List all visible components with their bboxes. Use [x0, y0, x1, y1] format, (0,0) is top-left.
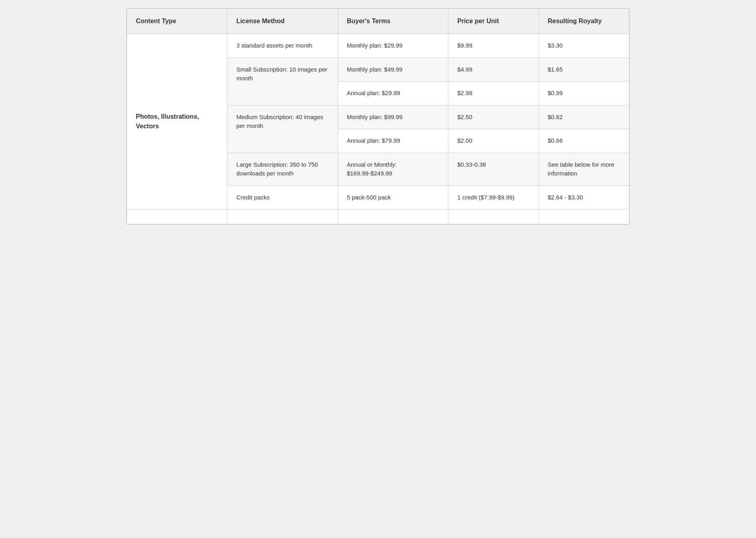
license-method-cell: Credit packs	[227, 185, 338, 209]
content-type-cell: Photos, Illustrations, Vectors	[127, 34, 227, 209]
pricing-table: Content Type License Method Buyer's Term…	[127, 8, 629, 224]
resulting-royalty-cell: $0.82	[539, 105, 629, 129]
resulting-royalty-cell: $0.66	[539, 129, 629, 153]
resulting-royalty-cell: See table below for more information	[539, 153, 629, 185]
license-method-cell: Large Subscription: 350 to 750 downloads…	[227, 153, 338, 185]
header-license-method: License Method	[227, 9, 338, 34]
buyers-terms-cell: Annual or Monthly: $169.99-$249.99	[338, 153, 448, 185]
empty-cell	[127, 209, 227, 224]
license-method-cell: 3 standard assets per month	[227, 34, 338, 58]
buyers-terms-cell: Monthly plan: $29.99	[338, 34, 448, 58]
resulting-royalty-cell: $3.30	[539, 34, 629, 58]
empty-cell	[227, 209, 338, 224]
price-per-unit-cell: $2.99	[448, 82, 539, 106]
buyers-terms-cell: Annual plan: $29.99	[338, 82, 448, 106]
price-per-unit-cell: $4.99	[448, 58, 539, 82]
buyers-terms-cell: Monthly plan: $49.99	[338, 58, 448, 82]
buyers-terms-cell: Monthly plan: $99.99	[338, 105, 448, 129]
pricing-table-wrapper: Content Type License Method Buyer's Term…	[126, 8, 630, 225]
buyers-terms-cell: Annual plan: $79.99	[338, 129, 448, 153]
price-per-unit-cell: $2.00	[448, 129, 539, 153]
header-buyers-terms: Buyer's Terms	[338, 9, 448, 34]
table-row: Photos, Illustrations, Vectors3 standard…	[127, 34, 629, 58]
empty-cell	[448, 209, 539, 224]
resulting-royalty-cell: $1.65	[539, 58, 629, 82]
table-row-empty	[127, 209, 629, 224]
price-per-unit-cell: $0.33-0.38	[448, 153, 539, 185]
price-per-unit-cell: $9.99	[448, 34, 539, 58]
price-per-unit-cell: 1 credit ($7.99-$9.99)	[448, 185, 539, 209]
license-method-cell: Small Subscription: 10 images per month	[227, 58, 338, 105]
empty-cell	[338, 209, 448, 224]
header-resulting-royalty: Resulting Royalty	[539, 9, 629, 34]
price-per-unit-cell: $2.50	[448, 105, 539, 129]
resulting-royalty-cell: $2.64 - $3.30	[539, 185, 629, 209]
header-content-type: Content Type	[127, 9, 227, 34]
buyers-terms-cell: 5 pack-500 pack	[338, 185, 448, 209]
empty-cell	[539, 209, 629, 224]
resulting-royalty-cell: $0.99	[539, 82, 629, 106]
license-method-cell: Medium Subscription: 40 images per month	[227, 105, 338, 153]
header-price-per-unit: Price per Unit	[448, 9, 539, 34]
table-header-row: Content Type License Method Buyer's Term…	[127, 9, 629, 34]
